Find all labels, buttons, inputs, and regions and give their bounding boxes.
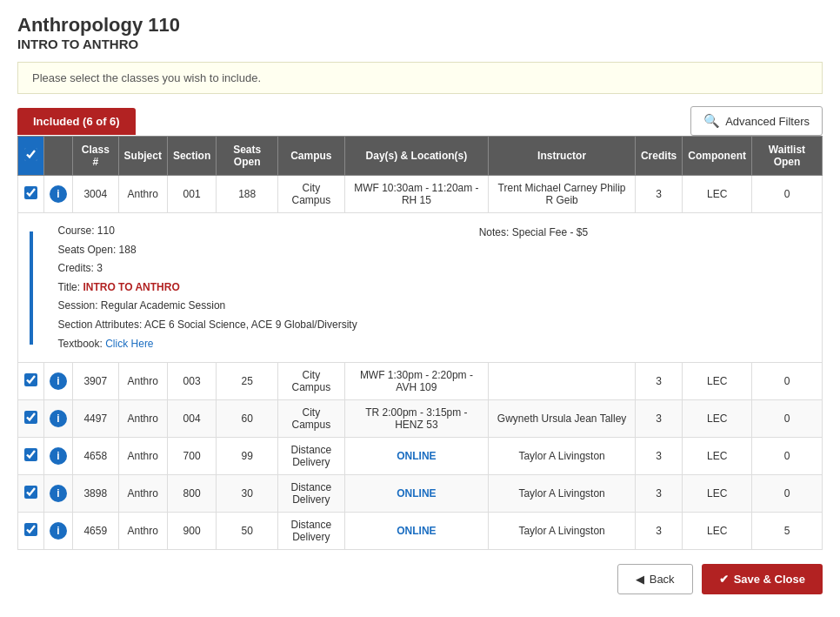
row-info-cell: i [44,176,73,213]
row-seats-open: 30 [217,475,278,513]
row-section: 004 [167,400,216,438]
row-instructor [489,363,636,400]
advanced-filters-button[interactable]: 🔍 Advanced Filters [690,106,823,136]
included-tab[interactable]: Included (6 of 6) [17,108,136,135]
row-class-num: 3898 [73,475,119,513]
row-info-cell: i [44,400,73,438]
row-section: 800 [167,475,216,513]
row-campus: DistanceDelivery [278,513,345,550]
row-class-num: 4497 [73,400,119,438]
expanded-content: Course: 110 Seats Open: 188 Credits: 3 T… [44,213,823,363]
row-credits: 3 [635,176,682,213]
row-checkbox-cell [18,400,44,438]
row-info-cell: i [44,513,73,550]
row-campus: City Campus [278,363,345,400]
save-close-button[interactable]: ✔ Save & Close [702,564,823,594]
row-campus: DistanceDelivery [278,475,345,513]
row-campus: City Campus [278,176,345,213]
row-section: 003 [167,363,216,400]
row-section: 700 [167,438,216,475]
header-subject: Subject [118,137,167,176]
row-section: 001 [167,176,216,213]
back-button[interactable]: ◀ Back [617,564,693,594]
row-campus: DistanceDelivery [278,438,345,475]
row-days-location: MWF 10:30am - 11:20am - RH 15 [344,176,489,213]
row-credits: 3 [635,363,682,400]
row-waitlist-open: 0 [751,475,822,513]
row-days-location: ONLINE [344,438,489,475]
row-component: LEC [683,400,752,438]
header-instructor: Instructor [489,137,636,176]
row-waitlist-open: 0 [751,438,822,475]
row-seats-open: 60 [217,400,278,438]
row-campus: City Campus [278,400,345,438]
info-button[interactable]: i [50,410,67,427]
row-seats-open: 25 [217,363,278,400]
row-waitlist-open: 0 [751,400,822,438]
table-row: i 3004 Anthro 001 188 City Campus MWF 10… [18,176,823,213]
row-credits: 3 [635,475,682,513]
toolbar: Included (6 of 6) 🔍 Advanced Filters [17,106,823,136]
row-checkbox[interactable] [24,486,37,499]
table-row: i 3898 Anthro 800 30 DistanceDelivery ON… [18,475,823,513]
info-button[interactable]: i [50,485,67,502]
row-subject: Anthro [118,176,167,213]
row-checkbox-cell [18,513,44,550]
row-instructor: Taylor A Livingston [489,475,636,513]
row-info-cell: i [44,475,73,513]
row-info-cell: i [44,438,73,475]
row-checkbox[interactable] [24,411,37,424]
expanded-row: Course: 110 Seats Open: 188 Credits: 3 T… [18,213,823,363]
row-checkbox-cell [18,438,44,475]
header-class-num: Class # [73,137,119,176]
row-checkbox-cell [18,363,44,400]
row-credits: 3 [635,513,682,550]
row-instructor: Gwyneth Ursula Jean Talley [489,400,636,438]
row-checkbox[interactable] [24,448,37,461]
table-row: i 3907 Anthro 003 25 City Campus MWF 1:3… [18,363,823,400]
table-row: i 4497 Anthro 004 60 City Campus TR 2:00… [18,400,823,438]
row-component: LEC [683,438,752,475]
select-all-checkbox[interactable] [24,148,37,161]
row-days-location: ONLINE [344,513,489,550]
header-credits: Credits [635,137,682,176]
header-checkbox-cell [18,137,44,176]
info-button[interactable]: i [50,522,67,540]
row-days-location: ONLINE [344,475,489,513]
row-seats-open: 99 [217,438,278,475]
row-component: LEC [683,475,752,513]
info-button[interactable]: i [50,372,67,390]
magnifier-icon: 🔍 [703,113,720,129]
header-info [44,137,73,176]
classes-table: Class # Subject Section Seats Open Campu… [17,136,823,550]
row-component: LEC [683,513,752,550]
info-button[interactable]: i [50,447,67,465]
row-instructor: Taylor A Livingston [489,513,636,550]
row-info-cell: i [44,363,73,400]
row-class-num: 3907 [73,363,119,400]
info-button[interactable]: i [50,185,67,203]
row-checkbox-cell [18,176,44,213]
back-arrow-icon: ◀ [636,573,644,586]
page-subtitle: INTRO TO ANTHRO [17,37,823,51]
page-title: Anthropology 110 [17,14,823,37]
row-section: 900 [167,513,216,550]
checkmark-icon: ✔ [719,573,729,586]
header-section: Section [167,137,216,176]
info-banner: Please select the classes you wish to in… [17,62,823,94]
row-subject: Anthro [118,513,167,550]
row-checkbox[interactable] [24,523,37,536]
row-instructor: Taylor A Livingston [489,438,636,475]
row-days-location: MWF 1:30pm - 2:20pm - AVH 109 [344,363,489,400]
row-checkbox[interactable] [24,373,37,386]
row-checkbox-cell [18,475,44,513]
row-checkbox[interactable] [24,186,37,199]
row-class-num: 4658 [73,438,119,475]
header-seats-open: Seats Open [217,137,278,176]
row-seats-open: 50 [217,513,278,550]
header-days-location: Day(s) & Location(s) [344,137,489,176]
textbook-link[interactable]: Click Here [105,338,153,350]
row-subject: Anthro [118,400,167,438]
header-waitlist-open: Waitlist Open [751,137,822,176]
row-class-num: 3004 [73,176,119,213]
